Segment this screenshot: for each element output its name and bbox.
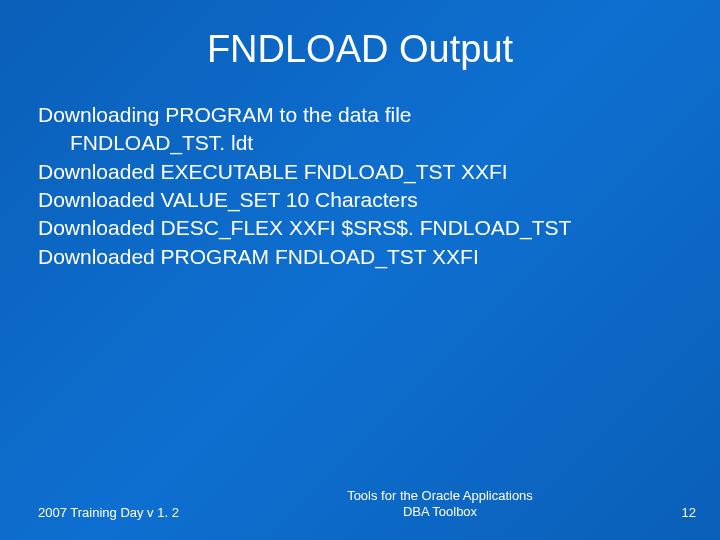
footer-center-line1: Tools for the Oracle Applications bbox=[220, 488, 660, 504]
footer-center-line2: DBA Toolbox bbox=[220, 504, 660, 520]
footer-left: 2007 Training Day v 1. 2 bbox=[0, 505, 220, 520]
slide-footer: 2007 Training Day v 1. 2 Tools for the O… bbox=[0, 488, 720, 521]
footer-center: Tools for the Oracle Applications DBA To… bbox=[220, 488, 660, 521]
output-line: FNDLOAD_TST. ldt bbox=[38, 129, 682, 157]
output-line: Downloaded DESC_FLEX XXFI $SRS$. FNDLOAD… bbox=[38, 214, 682, 242]
slide-body: Downloading PROGRAM to the data file FND… bbox=[0, 101, 720, 271]
slide: FNDLOAD Output Downloading PROGRAM to th… bbox=[0, 0, 720, 540]
slide-title: FNDLOAD Output bbox=[0, 0, 720, 101]
page-number: 12 bbox=[660, 505, 720, 520]
output-line: Downloading PROGRAM to the data file bbox=[38, 101, 682, 129]
output-line: Downloaded PROGRAM FNDLOAD_TST XXFI bbox=[38, 243, 682, 271]
output-line: Downloaded EXECUTABLE FNDLOAD_TST XXFI bbox=[38, 158, 682, 186]
output-line: Downloaded VALUE_SET 10 Characters bbox=[38, 186, 682, 214]
